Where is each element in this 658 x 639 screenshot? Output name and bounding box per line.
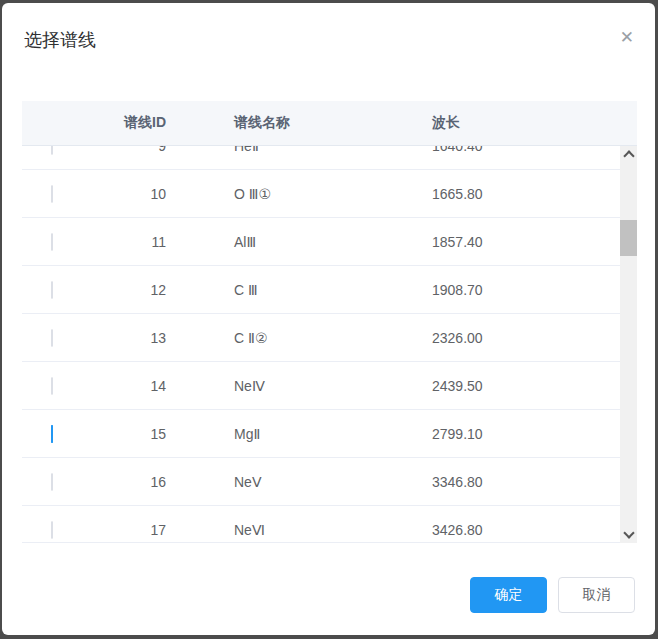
row-name-cell: O Ⅲ① (187, 186, 432, 202)
row-select-cell (22, 426, 77, 442)
spectral-line-table: 谱线ID 谱线名称 波长 9 HeⅡ 1640.40 10 O Ⅲ① 1665.… (22, 101, 637, 543)
chevron-up-icon (623, 150, 634, 161)
row-wavelength-cell: 2326.00 (432, 330, 620, 346)
header-name-cell: 谱线名称 (187, 114, 432, 132)
table-row: 12 C Ⅲ 1908.70 (22, 266, 620, 314)
row-name-cell: NeⅤ (187, 474, 432, 490)
row-name-cell: MgⅡ (187, 426, 432, 442)
row-checkbox[interactable] (51, 185, 53, 203)
vertical-scrollbar[interactable] (620, 146, 637, 543)
table-row: 13 C Ⅱ② 2326.00 (22, 314, 620, 362)
header-wavelength-cell: 波长 (432, 114, 637, 132)
row-checkbox[interactable] (51, 146, 53, 155)
table-header-row: 谱线ID 谱线名称 波长 (22, 101, 637, 146)
header-id-cell: 谱线ID (77, 114, 187, 132)
row-name-cell: NeⅥ (187, 522, 432, 538)
table-row: 14 NeⅣ 2439.50 (22, 362, 620, 410)
table-body-rows: 9 HeⅡ 1640.40 10 O Ⅲ① 1665.80 11 AlⅢ 185… (22, 146, 620, 543)
row-id-cell: 15 (77, 426, 187, 442)
chevron-down-icon (623, 527, 634, 538)
confirm-button[interactable]: 确定 (470, 577, 547, 613)
row-id-cell: 11 (77, 234, 187, 250)
row-select-cell (22, 330, 77, 346)
row-wavelength-cell: 1665.80 (432, 186, 620, 202)
row-select-cell (22, 522, 77, 538)
cancel-button[interactable]: 取消 (558, 577, 635, 613)
row-name-cell: HeⅡ (187, 146, 432, 154)
dialog-footer: 确定 取消 (470, 577, 635, 613)
scrollbar-down-button[interactable] (620, 526, 637, 543)
row-select-cell (22, 234, 77, 250)
row-checkbox[interactable] (51, 329, 53, 347)
row-select-cell (22, 186, 77, 202)
row-select-cell (22, 146, 77, 154)
table-scroll-viewport[interactable]: 9 HeⅡ 1640.40 10 O Ⅲ① 1665.80 11 AlⅢ 185… (22, 146, 620, 543)
row-id-cell: 14 (77, 378, 187, 394)
row-id-cell: 13 (77, 330, 187, 346)
row-checkbox[interactable] (51, 425, 53, 443)
row-name-cell: C Ⅱ② (187, 330, 432, 346)
row-wavelength-cell: 3426.80 (432, 522, 620, 538)
row-wavelength-cell: 2439.50 (432, 378, 620, 394)
page-title: 选择谱线 (24, 30, 96, 50)
table-row: 10 O Ⅲ① 1665.80 (22, 170, 620, 218)
row-id-cell: 9 (77, 146, 187, 154)
row-select-cell (22, 474, 77, 490)
row-name-cell: C Ⅲ (187, 282, 432, 298)
table-row: 9 HeⅡ 1640.40 (22, 146, 620, 170)
row-id-cell: 16 (77, 474, 187, 490)
close-icon[interactable]: ✕ (620, 29, 634, 46)
table-row: 11 AlⅢ 1857.40 (22, 218, 620, 266)
select-spectral-line-dialog: 选择谱线 ✕ 谱线ID 谱线名称 波长 9 HeⅡ 1640.40 10 O Ⅲ… (2, 3, 655, 635)
row-wavelength-cell: 1857.40 (432, 234, 620, 250)
row-id-cell: 10 (77, 186, 187, 202)
row-checkbox[interactable] (51, 473, 53, 491)
scrollbar-thumb[interactable] (620, 220, 637, 256)
row-select-cell (22, 282, 77, 298)
dialog-header: 选择谱线 ✕ (2, 3, 655, 73)
scrollbar-up-button[interactable] (620, 146, 637, 163)
row-checkbox[interactable] (51, 521, 53, 539)
row-name-cell: AlⅢ (187, 234, 432, 250)
row-checkbox[interactable] (51, 233, 53, 251)
table-row: 16 NeⅤ 3346.80 (22, 458, 620, 506)
row-wavelength-cell: 1640.40 (432, 146, 620, 154)
table-row: 15 MgⅡ 2799.10 (22, 410, 620, 458)
row-wavelength-cell: 1908.70 (432, 282, 620, 298)
row-id-cell: 17 (77, 522, 187, 538)
row-id-cell: 12 (77, 282, 187, 298)
row-checkbox[interactable] (51, 281, 53, 299)
table-body: 9 HeⅡ 1640.40 10 O Ⅲ① 1665.80 11 AlⅢ 185… (22, 146, 637, 543)
table-row: 17 NeⅥ 3426.80 (22, 506, 620, 543)
row-wavelength-cell: 3346.80 (432, 474, 620, 490)
row-select-cell (22, 378, 77, 394)
row-name-cell: NeⅣ (187, 378, 432, 394)
row-checkbox[interactable] (51, 377, 53, 395)
row-wavelength-cell: 2799.10 (432, 426, 620, 442)
